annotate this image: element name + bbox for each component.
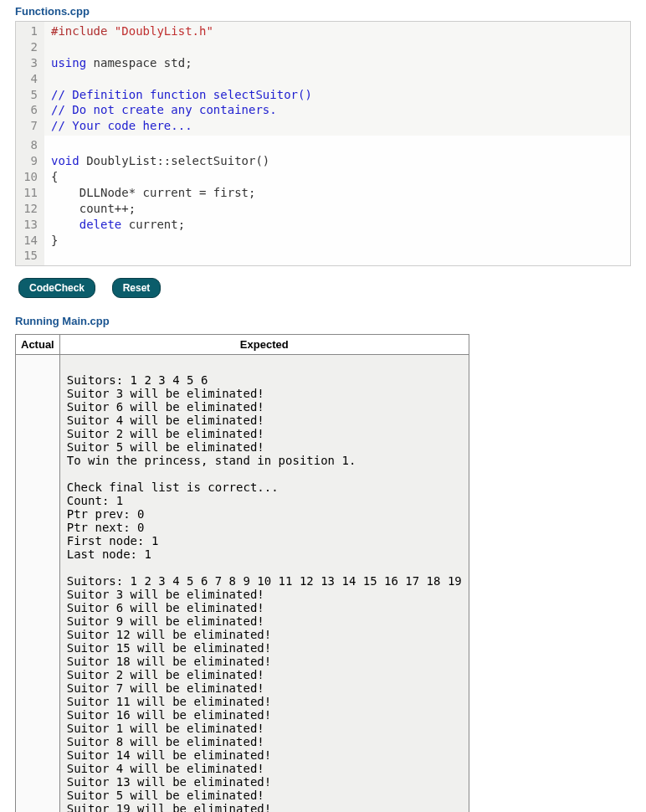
code-block-fixed: 1234567 #include "DoublyList.h" using na… (16, 22, 630, 136)
running-header: Running Main.cpp (0, 313, 646, 334)
actual-output-cell (16, 355, 60, 812)
code-block-editable[interactable]: 89101112131415 void DoublyList::selectSu… (16, 136, 630, 265)
button-row: CodeCheck Reset (0, 266, 646, 313)
expected-output-cell: Suitors: 1 2 3 4 5 6 Suitor 3 will be el… (59, 355, 469, 812)
column-header-actual: Actual (16, 335, 60, 355)
code-lines-editable[interactable]: void DoublyList::selectSuitor(){ DLLNode… (44, 136, 630, 265)
column-header-expected: Expected (59, 335, 469, 355)
code-editor: 1234567 #include "DoublyList.h" using na… (15, 21, 631, 266)
code-lines-readonly: #include "DoublyList.h" using namespace … (44, 22, 630, 136)
line-number-gutter: 1234567 (16, 22, 44, 136)
file-header: Functions.cpp (0, 0, 646, 21)
reset-button[interactable]: Reset (112, 278, 162, 298)
line-number-gutter: 89101112131415 (16, 136, 44, 265)
results-table: Actual Expected Suitors: 1 2 3 4 5 6 Sui… (15, 334, 469, 812)
codecheck-button[interactable]: CodeCheck (18, 278, 95, 298)
